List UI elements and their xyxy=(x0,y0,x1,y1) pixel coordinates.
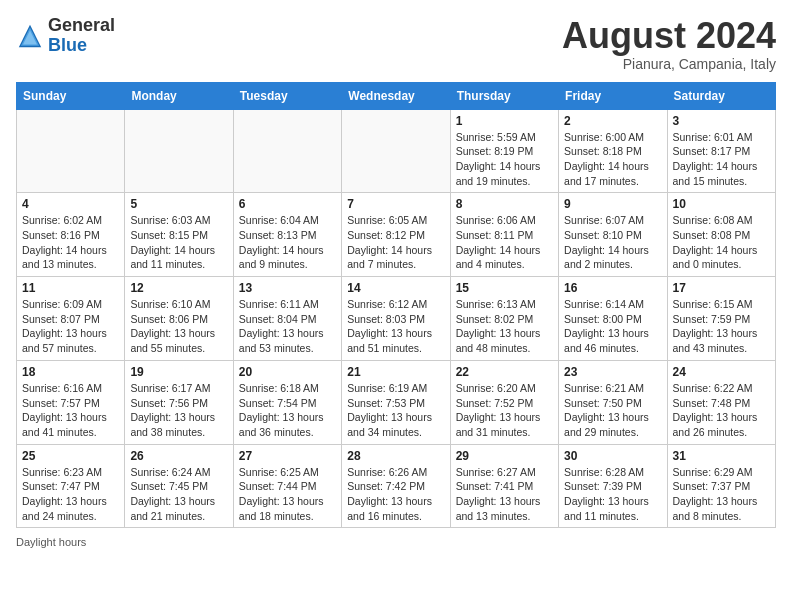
weekday-header-monday: Monday xyxy=(125,82,233,109)
title-block: August 2024 Pianura, Campania, Italy xyxy=(562,16,776,72)
calendar-day-cell: 1Sunrise: 5:59 AMSunset: 8:19 PMDaylight… xyxy=(450,109,558,193)
day-info: Sunrise: 6:20 AMSunset: 7:52 PMDaylight:… xyxy=(456,381,553,440)
day-info: Sunrise: 6:22 AMSunset: 7:48 PMDaylight:… xyxy=(673,381,770,440)
calendar-day-cell: 11Sunrise: 6:09 AMSunset: 8:07 PMDayligh… xyxy=(17,277,125,361)
day-info: Sunrise: 6:02 AMSunset: 8:16 PMDaylight:… xyxy=(22,213,119,272)
calendar-day-cell: 21Sunrise: 6:19 AMSunset: 7:53 PMDayligh… xyxy=(342,360,450,444)
day-number: 4 xyxy=(22,197,119,211)
day-number: 31 xyxy=(673,449,770,463)
day-info: Sunrise: 6:14 AMSunset: 8:00 PMDaylight:… xyxy=(564,297,661,356)
calendar-day-cell: 31Sunrise: 6:29 AMSunset: 7:37 PMDayligh… xyxy=(667,444,775,528)
calendar-day-cell: 14Sunrise: 6:12 AMSunset: 8:03 PMDayligh… xyxy=(342,277,450,361)
day-number: 5 xyxy=(130,197,227,211)
day-number: 28 xyxy=(347,449,444,463)
day-number: 17 xyxy=(673,281,770,295)
logo-text: General Blue xyxy=(48,16,115,56)
day-number: 13 xyxy=(239,281,336,295)
calendar-day-cell xyxy=(17,109,125,193)
logo: General Blue xyxy=(16,16,115,56)
calendar-week-row: 25Sunrise: 6:23 AMSunset: 7:47 PMDayligh… xyxy=(17,444,776,528)
calendar-day-cell: 5Sunrise: 6:03 AMSunset: 8:15 PMDaylight… xyxy=(125,193,233,277)
day-info: Sunrise: 6:23 AMSunset: 7:47 PMDaylight:… xyxy=(22,465,119,524)
day-number: 15 xyxy=(456,281,553,295)
day-number: 24 xyxy=(673,365,770,379)
day-number: 25 xyxy=(22,449,119,463)
day-number: 12 xyxy=(130,281,227,295)
calendar-day-cell: 6Sunrise: 6:04 AMSunset: 8:13 PMDaylight… xyxy=(233,193,341,277)
day-info: Sunrise: 6:15 AMSunset: 7:59 PMDaylight:… xyxy=(673,297,770,356)
calendar-day-cell: 12Sunrise: 6:10 AMSunset: 8:06 PMDayligh… xyxy=(125,277,233,361)
calendar-day-cell: 16Sunrise: 6:14 AMSunset: 8:00 PMDayligh… xyxy=(559,277,667,361)
logo-blue: Blue xyxy=(48,35,87,55)
calendar-week-row: 18Sunrise: 6:16 AMSunset: 7:57 PMDayligh… xyxy=(17,360,776,444)
day-info: Sunrise: 6:27 AMSunset: 7:41 PMDaylight:… xyxy=(456,465,553,524)
daylight-label: Daylight hours xyxy=(16,536,86,548)
day-number: 14 xyxy=(347,281,444,295)
footer-note: Daylight hours xyxy=(16,536,776,548)
day-number: 11 xyxy=(22,281,119,295)
weekday-header-saturday: Saturday xyxy=(667,82,775,109)
day-number: 19 xyxy=(130,365,227,379)
day-info: Sunrise: 6:13 AMSunset: 8:02 PMDaylight:… xyxy=(456,297,553,356)
calendar-day-cell xyxy=(342,109,450,193)
calendar-day-cell: 15Sunrise: 6:13 AMSunset: 8:02 PMDayligh… xyxy=(450,277,558,361)
day-info: Sunrise: 6:01 AMSunset: 8:17 PMDaylight:… xyxy=(673,130,770,189)
day-number: 22 xyxy=(456,365,553,379)
calendar-day-cell: 4Sunrise: 6:02 AMSunset: 8:16 PMDaylight… xyxy=(17,193,125,277)
day-info: Sunrise: 6:07 AMSunset: 8:10 PMDaylight:… xyxy=(564,213,661,272)
calendar-day-cell: 27Sunrise: 6:25 AMSunset: 7:44 PMDayligh… xyxy=(233,444,341,528)
location-subtitle: Pianura, Campania, Italy xyxy=(562,56,776,72)
day-info: Sunrise: 6:19 AMSunset: 7:53 PMDaylight:… xyxy=(347,381,444,440)
calendar-day-cell: 10Sunrise: 6:08 AMSunset: 8:08 PMDayligh… xyxy=(667,193,775,277)
calendar-day-cell: 9Sunrise: 6:07 AMSunset: 8:10 PMDaylight… xyxy=(559,193,667,277)
calendar-day-cell: 2Sunrise: 6:00 AMSunset: 8:18 PMDaylight… xyxy=(559,109,667,193)
day-info: Sunrise: 6:28 AMSunset: 7:39 PMDaylight:… xyxy=(564,465,661,524)
day-number: 20 xyxy=(239,365,336,379)
calendar-day-cell: 8Sunrise: 6:06 AMSunset: 8:11 PMDaylight… xyxy=(450,193,558,277)
day-number: 23 xyxy=(564,365,661,379)
calendar-day-cell: 26Sunrise: 6:24 AMSunset: 7:45 PMDayligh… xyxy=(125,444,233,528)
calendar-week-row: 1Sunrise: 5:59 AMSunset: 8:19 PMDaylight… xyxy=(17,109,776,193)
day-number: 8 xyxy=(456,197,553,211)
day-number: 1 xyxy=(456,114,553,128)
day-number: 7 xyxy=(347,197,444,211)
calendar-day-cell: 18Sunrise: 6:16 AMSunset: 7:57 PMDayligh… xyxy=(17,360,125,444)
day-number: 9 xyxy=(564,197,661,211)
day-info: Sunrise: 6:00 AMSunset: 8:18 PMDaylight:… xyxy=(564,130,661,189)
day-info: Sunrise: 6:06 AMSunset: 8:11 PMDaylight:… xyxy=(456,213,553,272)
day-number: 29 xyxy=(456,449,553,463)
calendar-day-cell: 28Sunrise: 6:26 AMSunset: 7:42 PMDayligh… xyxy=(342,444,450,528)
month-year-title: August 2024 xyxy=(562,16,776,56)
day-info: Sunrise: 6:11 AMSunset: 8:04 PMDaylight:… xyxy=(239,297,336,356)
calendar-week-row: 4Sunrise: 6:02 AMSunset: 8:16 PMDaylight… xyxy=(17,193,776,277)
weekday-header-thursday: Thursday xyxy=(450,82,558,109)
weekday-header-tuesday: Tuesday xyxy=(233,82,341,109)
calendar-day-cell: 25Sunrise: 6:23 AMSunset: 7:47 PMDayligh… xyxy=(17,444,125,528)
day-info: Sunrise: 6:16 AMSunset: 7:57 PMDaylight:… xyxy=(22,381,119,440)
day-info: Sunrise: 5:59 AMSunset: 8:19 PMDaylight:… xyxy=(456,130,553,189)
day-info: Sunrise: 6:05 AMSunset: 8:12 PMDaylight:… xyxy=(347,213,444,272)
day-number: 10 xyxy=(673,197,770,211)
calendar-day-cell: 17Sunrise: 6:15 AMSunset: 7:59 PMDayligh… xyxy=(667,277,775,361)
calendar-day-cell: 7Sunrise: 6:05 AMSunset: 8:12 PMDaylight… xyxy=(342,193,450,277)
day-info: Sunrise: 6:12 AMSunset: 8:03 PMDaylight:… xyxy=(347,297,444,356)
calendar-week-row: 11Sunrise: 6:09 AMSunset: 8:07 PMDayligh… xyxy=(17,277,776,361)
logo-general: General xyxy=(48,15,115,35)
weekday-header-row: SundayMondayTuesdayWednesdayThursdayFrid… xyxy=(17,82,776,109)
day-number: 30 xyxy=(564,449,661,463)
day-number: 2 xyxy=(564,114,661,128)
logo-icon xyxy=(16,22,44,50)
day-number: 16 xyxy=(564,281,661,295)
day-info: Sunrise: 6:26 AMSunset: 7:42 PMDaylight:… xyxy=(347,465,444,524)
day-info: Sunrise: 6:10 AMSunset: 8:06 PMDaylight:… xyxy=(130,297,227,356)
day-info: Sunrise: 6:03 AMSunset: 8:15 PMDaylight:… xyxy=(130,213,227,272)
weekday-header-friday: Friday xyxy=(559,82,667,109)
day-info: Sunrise: 6:29 AMSunset: 7:37 PMDaylight:… xyxy=(673,465,770,524)
day-info: Sunrise: 6:17 AMSunset: 7:56 PMDaylight:… xyxy=(130,381,227,440)
calendar-day-cell: 3Sunrise: 6:01 AMSunset: 8:17 PMDaylight… xyxy=(667,109,775,193)
day-number: 26 xyxy=(130,449,227,463)
day-info: Sunrise: 6:24 AMSunset: 7:45 PMDaylight:… xyxy=(130,465,227,524)
page-header: General Blue August 2024 Pianura, Campan… xyxy=(16,16,776,72)
calendar-table: SundayMondayTuesdayWednesdayThursdayFrid… xyxy=(16,82,776,529)
day-info: Sunrise: 6:25 AMSunset: 7:44 PMDaylight:… xyxy=(239,465,336,524)
